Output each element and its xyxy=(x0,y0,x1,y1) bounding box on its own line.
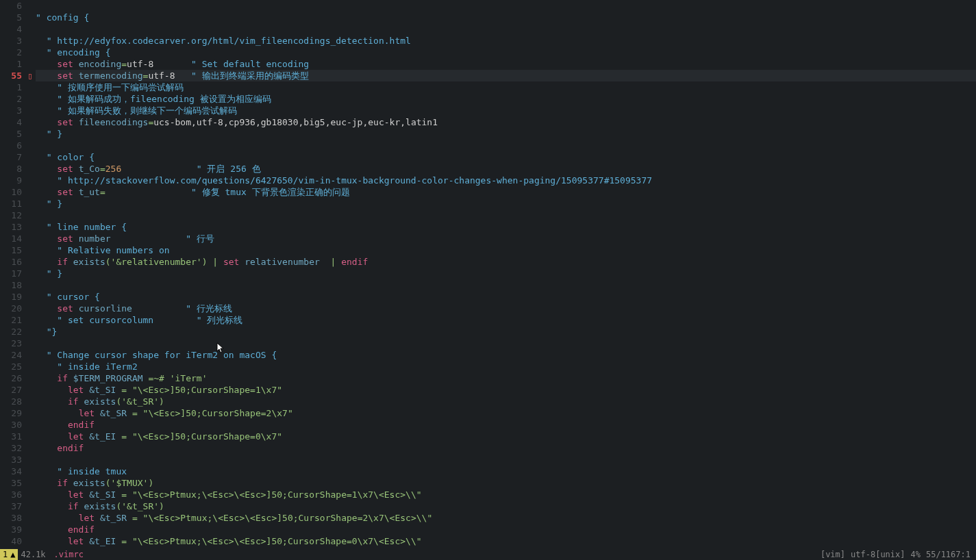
line-number: 39 xyxy=(0,524,22,535)
code-line[interactable]: " set cursorcolumn " 列光标线 xyxy=(36,314,976,326)
status-percent: 4% xyxy=(911,549,921,561)
line-number: 40 xyxy=(0,535,22,547)
line-number: 2 xyxy=(0,93,22,105)
code-line[interactable] xyxy=(36,140,976,151)
code-line[interactable] xyxy=(36,0,976,12)
status-filetype: [vim] xyxy=(821,549,845,561)
code-line[interactable]: " color { xyxy=(36,151,976,163)
sign-cell xyxy=(27,314,36,326)
code-line[interactable]: let &t_EI = "\<Esc>]50;CursorShape=0\x7" xyxy=(36,431,976,442)
line-number: 29 xyxy=(0,407,22,419)
code-line[interactable]: set t_Co=256 " 开启 256 色 xyxy=(36,163,976,175)
code-line[interactable]: set number " 行号 xyxy=(36,233,976,244)
code-line[interactable]: set encoding=utf-8 " Set default encodin… xyxy=(36,58,976,70)
line-number: 7 xyxy=(0,151,22,163)
sign-cell xyxy=(27,105,36,116)
sign-cell xyxy=(27,477,36,489)
code-line[interactable]: let &t_SR = "\<Esc>]50;CursorShape=2\x7" xyxy=(36,407,976,419)
code-line[interactable]: set termencoding=utf-8 " 输出到终端采用的编码类型 xyxy=(36,70,976,81)
code-line[interactable]: set t_ut= " 修复 tmux 下背景色渲染正确的问题 xyxy=(36,186,976,198)
sign-column: ▯ xyxy=(27,0,36,556)
sign-cell xyxy=(27,535,36,547)
code-line[interactable]: set cursorline " 行光标线 xyxy=(36,303,976,314)
code-line[interactable]: " Relative numbers on xyxy=(36,244,976,256)
code-line[interactable]: " cursor { xyxy=(36,291,976,303)
sign-cell xyxy=(27,35,36,47)
code-line[interactable]: if $TERM_PROGRAM =~# 'iTerm' xyxy=(36,372,976,384)
sign-cell xyxy=(27,12,36,23)
code-line[interactable]: " 如果解码失败，则继续下一个编码尝试解码 xyxy=(36,105,976,116)
code-line[interactable] xyxy=(36,209,976,221)
line-number: 34 xyxy=(0,466,22,477)
line-number: 11 xyxy=(0,198,22,209)
code-line[interactable]: let &t_SI = "\<Esc>Ptmux;\<Esc>\<Esc>]50… xyxy=(36,489,976,500)
code-line[interactable]: " Change cursor shape for iTerm2 on macO… xyxy=(36,349,976,361)
code-line[interactable]: " } xyxy=(36,268,976,279)
sign-cell xyxy=(27,361,36,372)
line-number: 22 xyxy=(0,326,22,338)
sign-cell xyxy=(27,407,36,419)
line-number: 24 xyxy=(0,349,22,361)
line-number: 4 xyxy=(0,23,22,35)
sign-cell xyxy=(27,384,36,396)
sign-cell xyxy=(27,81,36,93)
code-line[interactable]: if exists('$TMUX') xyxy=(36,477,976,489)
line-number: 33 xyxy=(0,454,22,466)
code-line[interactable]: let &t_SI = "\<Esc>]50;CursorShape=1\x7" xyxy=(36,384,976,396)
code-line[interactable]: " 按顺序使用一下编码尝试解码 xyxy=(36,81,976,93)
code-line[interactable]: " encoding { xyxy=(36,47,976,58)
code-line[interactable]: let &t_EI = "\<Esc>Ptmux;\<Esc>\<Esc>]50… xyxy=(36,535,976,547)
code-line[interactable]: " http://stackoverflow.com/questions/642… xyxy=(36,175,976,186)
code-line[interactable] xyxy=(36,338,976,349)
line-number: 17 xyxy=(0,268,22,279)
sign-cell xyxy=(27,116,36,128)
line-number: 12 xyxy=(0,209,22,221)
status-encoding: utf-8[unix] xyxy=(851,549,905,561)
line-number: 1 xyxy=(0,81,22,93)
line-number: 31 xyxy=(0,431,22,442)
sign-cell xyxy=(27,419,36,431)
sign-cell xyxy=(27,500,36,512)
code-line[interactable]: let &t_SR = "\<Esc>Ptmux;\<Esc>\<Esc>]50… xyxy=(36,512,976,524)
sign-cell xyxy=(27,291,36,303)
line-number: 4 xyxy=(0,116,22,128)
sign-cell xyxy=(27,244,36,256)
code-line[interactable] xyxy=(36,279,976,291)
code-line[interactable]: " inside tmux xyxy=(36,466,976,477)
code-line[interactable]: if exists('&t_SR') xyxy=(36,396,976,407)
code-line[interactable]: " } xyxy=(36,128,976,140)
line-number: 23 xyxy=(0,338,22,349)
line-number: 18 xyxy=(0,279,22,291)
code-line[interactable]: " } xyxy=(36,198,976,209)
line-number: 36 xyxy=(0,489,22,500)
sign-cell xyxy=(27,163,36,175)
line-number: 5 xyxy=(0,12,22,23)
code-line[interactable]: "} xyxy=(36,326,976,338)
line-number: 15 xyxy=(0,244,22,256)
code-line[interactable]: endif xyxy=(36,419,976,431)
sign-cell xyxy=(27,175,36,186)
sign-cell xyxy=(27,326,36,338)
sign-cell xyxy=(27,454,36,466)
sign-cell xyxy=(27,151,36,163)
code-line[interactable]: if exists('&t_SR') xyxy=(36,500,976,512)
code-line[interactable]: endif xyxy=(36,524,976,535)
editor-viewport[interactable]: 6543215512345678910111213141516171819202… xyxy=(0,0,976,556)
code-area[interactable]: " config { " http://edyfox.codecarver.or… xyxy=(36,0,976,556)
code-line[interactable]: " config { xyxy=(36,12,976,23)
code-line[interactable] xyxy=(36,454,976,466)
code-line[interactable]: " inside iTerm2 xyxy=(36,361,976,372)
code-line[interactable]: " http://edyfox.codecarver.org/html/vim_… xyxy=(36,35,976,47)
status-mode-indicator: 1 ▲ xyxy=(0,549,18,560)
code-line[interactable]: set fileencodings=ucs-bom,utf-8,cp936,gb… xyxy=(36,116,976,128)
code-line[interactable]: " line number { xyxy=(36,221,976,233)
line-number: 27 xyxy=(0,384,22,396)
line-number: 26 xyxy=(0,372,22,384)
code-line[interactable]: endif xyxy=(36,442,976,454)
line-number: 21 xyxy=(0,314,22,326)
code-line[interactable]: if exists('&relativenumber') | set relat… xyxy=(36,256,976,268)
sign-cell xyxy=(27,431,36,442)
code-line[interactable] xyxy=(36,23,976,35)
code-line[interactable]: " 如果解码成功，fileencoding 被设置为相应编码 xyxy=(36,93,976,105)
up-icon: ▲ xyxy=(10,549,15,561)
